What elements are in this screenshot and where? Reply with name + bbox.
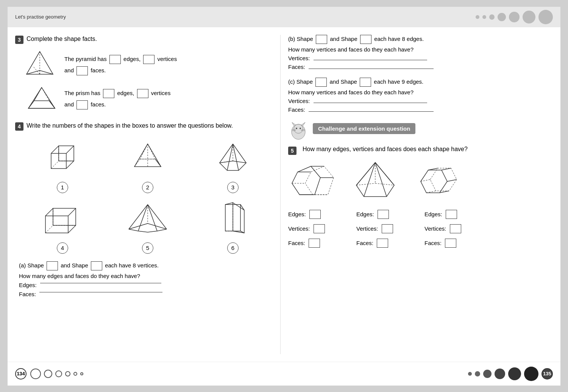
shape2-faces-input[interactable] <box>377 239 388 248</box>
top-dot-3 <box>489 14 495 20</box>
shape2-edges-label: Edges: <box>356 211 374 217</box>
partb-text1: Shape <box>297 35 313 42</box>
svg-line-77 <box>375 162 394 185</box>
partb-text2: and Shape <box>330 35 357 42</box>
svg-line-36 <box>68 208 76 216</box>
shape2-vertices: Vertices: <box>356 224 417 233</box>
partc-text1: Shape <box>296 78 313 84</box>
rdot-2 <box>475 371 480 376</box>
prism-text5: faces. <box>91 101 106 108</box>
partc-text4: How many vertices and faces do they each… <box>288 89 414 95</box>
prism-faces-input[interactable] <box>76 100 88 109</box>
shape3-faces: Faces: <box>424 239 457 248</box>
top-dots <box>476 10 553 24</box>
challenge-shape-2 <box>349 159 402 204</box>
svg-line-80 <box>375 183 394 185</box>
challenge-instruction: How many edges, vertices and faces does … <box>303 146 468 153</box>
shape3-vertices-input[interactable] <box>450 224 461 233</box>
svg-line-83 <box>421 180 430 181</box>
bdot-2 <box>44 370 52 378</box>
pyramid-edges-input[interactable] <box>109 55 121 64</box>
partb-shape1-input[interactable] <box>316 35 327 44</box>
svg-line-35 <box>45 208 53 216</box>
svg-line-16 <box>66 161 74 169</box>
shape2-vertices-input[interactable] <box>382 224 393 233</box>
svg-line-87 <box>440 191 449 193</box>
prism-fill-text: The prism has edges, vertices and faces. <box>64 87 170 110</box>
page-num-left: 134 <box>15 368 27 380</box>
partc-text3: each have 9 edges. <box>374 78 423 84</box>
parta-shape2-input[interactable] <box>91 261 102 270</box>
svg-marker-57 <box>292 122 296 126</box>
svg-line-41 <box>129 205 148 229</box>
bottom-right: 135 <box>468 367 553 381</box>
shape-number-5: 5 <box>142 242 153 254</box>
prism-text2: edges, <box>117 90 134 96</box>
shape1-vertices-input[interactable] <box>314 224 325 233</box>
svg-line-44 <box>148 205 157 231</box>
shape-item-5: 5 <box>108 199 187 254</box>
pyramid-text5: faces. <box>91 67 106 73</box>
parta-text3: each have 8 vertices. <box>105 262 159 268</box>
part-a: (a) Shape and Shape each have 8 vertices… <box>19 261 273 297</box>
section4-instruction: Write the numbers of the shapes in the b… <box>27 122 233 130</box>
svg-line-14 <box>51 146 59 153</box>
page-container: Let's practise geometry 3 Complete the s… <box>8 7 560 386</box>
bottom-bar: 134 135 <box>8 362 560 386</box>
part-b: (b) Shape and Shape each have 8 edges. H… <box>288 35 553 70</box>
shape1-edges-input[interactable] <box>309 210 321 219</box>
bottom-left: 134 <box>15 368 83 380</box>
pyramid-faces-input[interactable] <box>76 66 88 75</box>
parta-shape1-input[interactable] <box>47 261 58 270</box>
parta-text4: How many edges and faces do they each ha… <box>19 273 140 279</box>
shape2-vertices-label: Vertices: <box>356 225 378 232</box>
svg-marker-34 <box>53 208 76 225</box>
pyramid-text2: edges, <box>123 56 140 62</box>
prism-edges-input[interactable] <box>103 89 114 98</box>
partc-shape2-input[interactable] <box>360 78 371 87</box>
shape3-faces-input[interactable] <box>445 239 456 248</box>
svg-line-37 <box>68 225 76 233</box>
cat-icon <box>288 120 309 141</box>
parta-faces-label: Faces: <box>19 291 36 297</box>
challenge-title: Challenge and extension question <box>313 123 415 134</box>
shape-item-2: 2 <box>108 138 187 193</box>
prism-vertices-input[interactable] <box>137 89 148 98</box>
shape2-edges: Edges: <box>356 210 417 219</box>
section3-header: 3 Complete the shape facts. <box>15 35 273 44</box>
edges-row: Edges: Edges: Edges: <box>288 210 553 219</box>
bdot-6 <box>80 372 83 375</box>
partb-label: (b) <box>288 35 295 42</box>
partc-label: (c) <box>288 78 295 84</box>
shape2-edges-input[interactable] <box>378 210 389 219</box>
top-dot-6 <box>523 11 535 23</box>
svg-marker-21 <box>140 144 155 159</box>
shape2-faces-label: Faces: <box>356 240 373 246</box>
parta-edges-label: Edges: <box>19 282 37 288</box>
shape-number-2: 2 <box>142 182 153 193</box>
pentagonal-prism-svg <box>288 159 341 204</box>
partb-shape2-input[interactable] <box>360 35 371 44</box>
svg-line-23 <box>155 159 161 167</box>
hexagonal-prism-svg <box>409 159 466 204</box>
shape3-edges-input[interactable] <box>446 210 457 219</box>
shape3-edges-label: Edges: <box>424 211 442 217</box>
shape1-vertices: Vertices: <box>288 224 349 233</box>
bdot-3 <box>55 370 62 377</box>
section3-number: 3 <box>15 36 23 44</box>
svg-line-17 <box>51 161 59 169</box>
svg-line-38 <box>45 225 53 233</box>
top-dot-5 <box>509 12 520 22</box>
shape3-svg <box>210 138 256 180</box>
shape3-edges: Edges: <box>424 210 458 219</box>
shape1-edges-label: Edges: <box>288 211 306 217</box>
pentagonal-pyramid-svg <box>349 159 402 204</box>
partb-vertices-line <box>314 60 427 60</box>
shape1-faces-input[interactable] <box>309 239 320 248</box>
pyramid-vertices-input[interactable] <box>143 55 154 64</box>
svg-point-59 <box>296 128 297 129</box>
shape2-faces: Faces: <box>356 239 417 248</box>
partc-shape1-input[interactable] <box>315 78 327 87</box>
svg-line-15 <box>66 146 74 153</box>
faces-row: Faces: Faces: Faces: <box>288 239 553 248</box>
